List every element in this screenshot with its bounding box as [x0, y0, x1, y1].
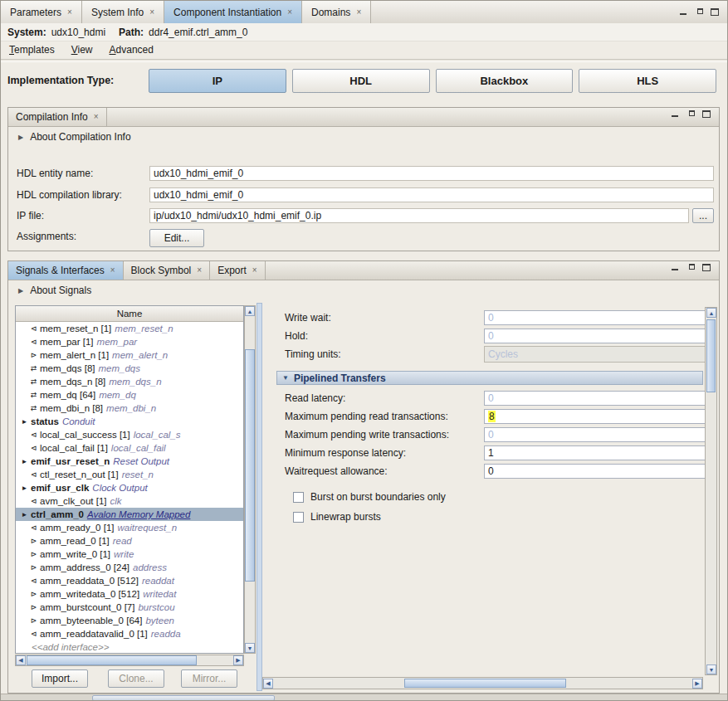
- tree-item[interactable]: ⊲ amm_readdata_0 [512] readdat: [16, 574, 243, 587]
- ip-file-input[interactable]: [149, 208, 689, 223]
- pipelined-transfers-section[interactable]: ▼ Pipelined Transfers: [276, 371, 703, 385]
- hdl-entity-input[interactable]: [149, 166, 714, 181]
- tree-item[interactable]: ► status Conduit: [16, 415, 243, 428]
- tree-item[interactable]: ⇄ mem_dbi_n [8] mem_dbi_n: [16, 402, 243, 415]
- scroll-thumb[interactable]: [245, 349, 255, 582]
- clone-button[interactable]: Clone...: [108, 669, 164, 688]
- scroll-thumb[interactable]: [706, 319, 716, 392]
- close-icon[interactable]: ×: [67, 8, 72, 17]
- burst-boundaries-checkbox[interactable]: [293, 492, 304, 503]
- scroll-right-icon[interactable]: ▶: [692, 679, 702, 689]
- import-button[interactable]: Import...: [32, 669, 88, 688]
- tree-item-name: mem_reset_n [1]: [40, 324, 111, 333]
- maximize-icon[interactable]: [711, 8, 719, 16]
- splitter-handle[interactable]: [257, 303, 262, 691]
- browse-button[interactable]: ...: [692, 208, 714, 223]
- tree-item[interactable]: ⊳ amm_byteenable_0 [64] byteen: [16, 614, 243, 627]
- hdl-library-input[interactable]: [149, 187, 714, 202]
- panel-tab[interactable]: Signals & Interfaces ×: [8, 261, 124, 280]
- tree-item[interactable]: ► ctrl_amm_0 Avalon Memory Mapped: [16, 508, 243, 521]
- about-compilation-toggle[interactable]: ▶ About Compilation Info: [18, 131, 131, 143]
- tree-scrollbar-vertical[interactable]: ▲ ▼: [244, 305, 256, 654]
- max-pending-write-field[interactable]: 0: [484, 427, 708, 442]
- tree-item[interactable]: ⊳ amm_address_0 [24] address: [16, 561, 243, 574]
- hold-field[interactable]: 0: [484, 329, 708, 343]
- implementation-type-button[interactable]: HDL: [292, 69, 430, 93]
- tree-item[interactable]: ⇄ mem_dq [64] mem_dq: [16, 388, 243, 402]
- properties-scrollbar-vertical[interactable]: ▲ ▼: [705, 307, 717, 675]
- signals-interfaces-panel: Signals & Interfaces × Block Symbol × Ex…: [7, 260, 720, 694]
- top-tab[interactable]: Component Instantiation ×: [164, 1, 302, 23]
- waitrequest-allowance-field[interactable]: 0: [484, 464, 708, 479]
- write-wait-field[interactable]: 0: [484, 310, 708, 325]
- linewrap-bursts-checkbox[interactable]: [293, 512, 304, 523]
- maximize-icon[interactable]: [702, 264, 711, 271]
- tree-item[interactable]: ⊲ amm_readdatavalid_0 [1] readda: [16, 627, 243, 640]
- tree-item[interactable]: ⊲ local_cal_fail [1] local_cal_fail: [16, 441, 243, 455]
- implementation-type-button[interactable]: Blackbox: [436, 69, 574, 93]
- minimize-icon[interactable]: [671, 110, 679, 118]
- close-icon[interactable]: ×: [252, 266, 257, 275]
- scroll-down-icon[interactable]: ▼: [245, 643, 255, 653]
- path-value: ddr4_emif.ctrl_amm_0: [149, 27, 247, 38]
- tree-item[interactable]: ⊲ amm_ready_0 [1] waitrequest_n: [16, 521, 243, 534]
- panel-tab[interactable]: Block Symbol ×: [124, 261, 211, 280]
- menu-item[interactable]: Advanced: [110, 44, 154, 56]
- scroll-up-icon[interactable]: ▲: [706, 308, 716, 318]
- float-icon[interactable]: [686, 264, 695, 271]
- tree-item[interactable]: ⊳ amm_read_0 [1] read: [16, 534, 243, 548]
- scroll-down-icon[interactable]: ▼: [706, 664, 716, 674]
- tree-item[interactable]: <<add interface>>: [16, 640, 243, 654]
- tree-item[interactable]: ► emif_usr_clk Clock Output: [16, 481, 243, 494]
- tree-item[interactable]: ⇄ mem_dqs_n [8] mem_dqs_n: [16, 375, 243, 388]
- menu-item[interactable]: Templates: [9, 44, 55, 56]
- close-icon[interactable]: ×: [94, 113, 99, 121]
- scroll-left-icon[interactable]: ◀: [16, 655, 26, 665]
- tree-item[interactable]: ⊳ mem_alert_n [1] mem_alert_n: [16, 348, 243, 362]
- implementation-type-button[interactable]: HLS: [579, 69, 716, 93]
- close-icon[interactable]: ×: [110, 266, 115, 275]
- scroll-right-icon[interactable]: ▶: [233, 655, 243, 665]
- about-signals-toggle[interactable]: ▶ About Signals: [18, 285, 91, 296]
- panel-tab[interactable]: Export ×: [210, 261, 266, 280]
- timing-units-select[interactable]: Cycles: [484, 346, 708, 363]
- max-pending-read-field[interactable]: 8: [484, 409, 708, 424]
- tree-item[interactable]: ► emif_usr_reset_n Reset Output: [16, 455, 243, 468]
- mirror-button[interactable]: Mirror...: [181, 669, 237, 688]
- tab-compilation-info[interactable]: Compilation Info ×: [8, 108, 107, 126]
- minimize-icon[interactable]: [671, 264, 679, 271]
- scroll-left-icon[interactable]: ◀: [263, 679, 273, 689]
- tree-item[interactable]: ⊲ mem_par [1] mem_par: [16, 335, 243, 348]
- tree-item[interactable]: ⊲ avm_clk_out [1] clk: [16, 494, 243, 508]
- tree-item[interactable]: ⊲ mem_reset_n [1] mem_reset_n: [16, 322, 243, 335]
- top-tab[interactable]: System Info ×: [82, 1, 164, 23]
- scroll-thumb[interactable]: [404, 679, 566, 688]
- min-response-latency-field[interactable]: 1: [484, 445, 708, 460]
- tree-item[interactable]: ⊲ ctl_reset_n_out [1] reset_n: [16, 468, 243, 481]
- minimize-icon[interactable]: [679, 8, 687, 16]
- menu-item[interactable]: View: [71, 44, 93, 56]
- tree-scrollbar-horizontal[interactable]: ◀ ▶: [15, 655, 244, 666]
- scroll-up-icon[interactable]: ▲: [245, 306, 255, 316]
- tree-item[interactable]: ⊳ amm_write_0 [1] write: [16, 548, 243, 561]
- implementation-type-button[interactable]: IP: [149, 69, 286, 93]
- tree-item[interactable]: ⇄ mem_dqs [8] mem_dqs: [16, 362, 243, 375]
- float-icon[interactable]: [695, 8, 703, 16]
- tree-item[interactable]: ⊲ local_cal_success [1] local_cal_s: [16, 428, 243, 441]
- float-icon[interactable]: [686, 110, 695, 118]
- read-latency-field[interactable]: 0: [484, 391, 708, 406]
- scroll-thumb[interactable]: [27, 655, 197, 665]
- tree-item[interactable]: ⊳ amm_burstcount_0 [7] burstcou: [16, 601, 243, 614]
- maximize-icon[interactable]: [702, 110, 711, 118]
- properties-scrollbar-horizontal[interactable]: ◀ ▶: [262, 677, 703, 689]
- close-icon[interactable]: ×: [356, 8, 361, 17]
- tree-item[interactable]: ⊳ amm_writedata_0 [512] writedat: [16, 587, 243, 601]
- close-icon[interactable]: ×: [149, 8, 154, 17]
- top-tab[interactable]: Domains ×: [302, 1, 371, 23]
- edit-assignments-button[interactable]: Edit...: [149, 229, 204, 247]
- top-tab[interactable]: Parameters ×: [1, 1, 82, 23]
- assignments-row: Assignments: Edit...: [8, 229, 719, 247]
- bottom-scrollbar[interactable]: [92, 695, 275, 701]
- close-icon[interactable]: ×: [197, 266, 202, 275]
- close-icon[interactable]: ×: [287, 8, 292, 17]
